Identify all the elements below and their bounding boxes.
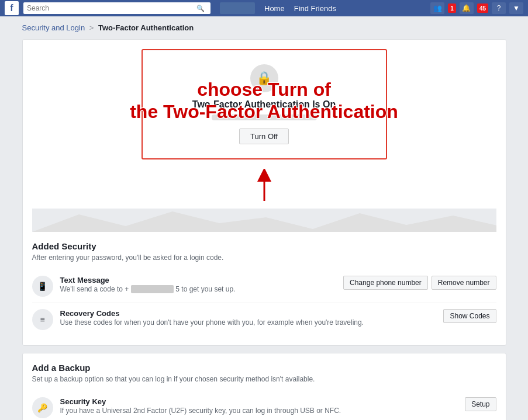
search-input[interactable]	[27, 4, 196, 12]
notifications-btn[interactable]: 🔔	[460, 2, 474, 14]
breadcrumb: Security and Login > Two-Factor Authenti…	[22, 23, 506, 32]
find-friends-link[interactable]: Find Friends	[294, 4, 336, 13]
recovery-codes-actions: Show Codes	[443, 309, 496, 323]
lock-icon: 🔒	[250, 64, 278, 92]
show-codes-button[interactable]: Show Codes	[443, 309, 496, 323]
tfa-area: 🔒 Two-Factor Authentication Is On Turn O…	[32, 49, 496, 232]
security-key-icon: 🔑	[32, 397, 53, 418]
tfa-title: Two-Factor Authentication Is On	[152, 99, 377, 110]
phone-icon: 📱	[37, 282, 47, 291]
text-message-actions: Change phone number Remove number	[343, 276, 496, 290]
arrow-icon	[253, 169, 276, 204]
change-phone-button[interactable]: Change phone number	[343, 276, 428, 290]
add-backup-card: Add a Backup Set up a backup option so t…	[22, 353, 506, 420]
account-menu-btn[interactable]: ▼	[509, 2, 523, 14]
navbar-links: Home Find Friends	[220, 2, 336, 14]
main-card: 🔒 Two-Factor Authentication Is On Turn O…	[22, 39, 506, 346]
notifications-badge: 45	[477, 4, 488, 13]
added-security-desc: After entering your password, you'll be …	[32, 254, 496, 262]
help-btn[interactable]: ?	[492, 2, 506, 14]
list-icon: ≡	[40, 315, 44, 324]
navbar-avatar-area	[220, 2, 255, 14]
facebook-logo: f	[5, 1, 19, 15]
setup-key-button[interactable]: Setup	[465, 397, 496, 411]
key-icon: 🔑	[37, 403, 47, 412]
breadcrumb-current: Two-Factor Authentication	[98, 23, 194, 32]
security-key-actions: Setup	[465, 397, 496, 411]
page-content: Security and Login > Two-Factor Authenti…	[13, 16, 516, 420]
blurred-phone	[131, 285, 174, 293]
recovery-codes-desc: Use these codes for when you don't have …	[60, 318, 437, 328]
breadcrumb-parent-link[interactable]: Security and Login	[22, 23, 85, 32]
mountain-decoration	[32, 209, 496, 232]
security-key-item: 🔑 Security Key If you have a Universal 2…	[32, 391, 496, 420]
mountain-svg	[32, 209, 496, 232]
navbar-right: 👥 1 🔔 45 ? ▼	[430, 2, 523, 14]
turn-off-button[interactable]: Turn Off	[239, 129, 289, 144]
tfa-blurred-info	[212, 114, 317, 120]
security-key-label: Security Key	[60, 397, 458, 406]
remove-number-button[interactable]: Remove number	[432, 276, 496, 290]
svg-marker-2	[32, 211, 496, 232]
text-message-desc: We'll send a code to + 5 to get you set …	[60, 284, 337, 294]
recovery-codes-item: ≡ Recovery Codes Use these codes for whe…	[32, 303, 496, 336]
home-link[interactable]: Home	[264, 4, 285, 13]
tfa-status-box: 🔒 Two-Factor Authentication Is On Turn O…	[142, 49, 387, 159]
add-backup-desc: Set up a backup option so that you can l…	[32, 375, 496, 383]
lock-emoji: 🔒	[256, 71, 272, 86]
security-key-text: Security Key If you have a Universal 2nd…	[60, 397, 458, 416]
text-message-item: 📱 Text Message We'll send a code to + 5 …	[32, 270, 496, 303]
chevron-down-icon: ▼	[513, 4, 520, 12]
recovery-codes-icon: ≡	[32, 309, 53, 330]
arrow-container	[32, 169, 496, 204]
people-icon: 👥	[433, 4, 442, 12]
navbar: f 🔍 Home Find Friends 👥 1 🔔 45 ? ▼	[0, 0, 528, 16]
added-security-section: Added Security After entering your passw…	[32, 232, 496, 336]
friend-requests-btn[interactable]: 👥	[430, 2, 444, 14]
text-message-label: Text Message	[60, 276, 337, 284]
search-icon: 🔍	[196, 5, 205, 12]
text-message-text: Text Message We'll send a code to + 5 to…	[60, 276, 337, 294]
text-message-icon: 📱	[32, 276, 53, 297]
recovery-codes-label: Recovery Codes	[60, 309, 437, 318]
search-bar[interactable]: 🔍	[23, 2, 210, 14]
added-security-header: Added Security	[32, 241, 496, 251]
bell-icon: 🔔	[462, 4, 471, 12]
friend-requests-badge: 1	[448, 4, 456, 13]
recovery-codes-text: Recovery Codes Use these codes for when …	[60, 309, 437, 328]
security-key-desc: If you have a Universal 2nd Factor (U2F)…	[60, 406, 458, 416]
breadcrumb-separator: >	[89, 23, 94, 32]
question-icon: ?	[497, 4, 501, 12]
add-backup-header: Add a Backup	[32, 363, 496, 373]
